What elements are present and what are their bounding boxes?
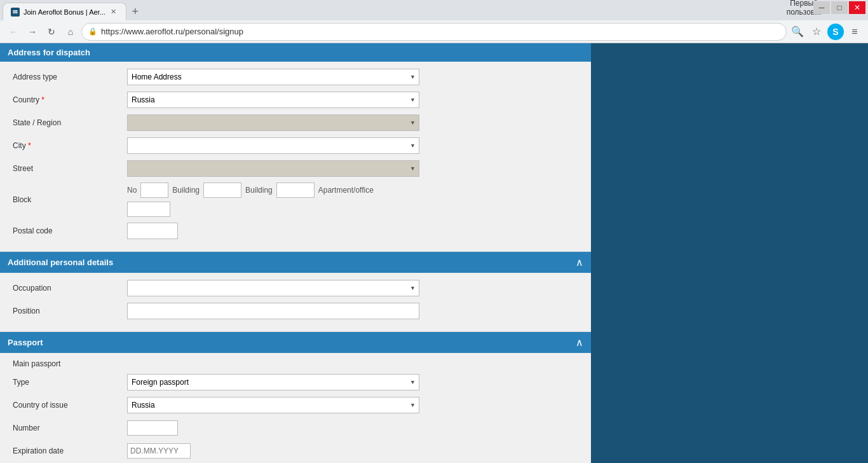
passport-country-select-wrapper[interactable]: Russia [127,397,419,413]
occupation-control [127,280,419,296]
passport-expiry-control [127,443,419,459]
home-button[interactable]: ⌂ [62,24,79,40]
window-controls: Первый пользов... ─ □ ✕ [796,1,865,14]
position-control [127,303,419,319]
city-row: City * [13,137,578,155]
occupation-select[interactable] [127,280,419,296]
city-control [127,137,419,154]
passport-number-input[interactable] [127,420,178,436]
position-label: Position [13,307,127,315]
address-bar[interactable]: 🔒 https://www.aeroflot.ru/personal/signu… [81,23,787,41]
address-type-select-wrapper[interactable]: Home Address [127,69,419,85]
street-label: Street [13,164,127,173]
block-label: Block [13,195,127,204]
minimize-button[interactable]: ─ [813,1,830,14]
additional-details-title: Additional personal details [8,258,113,267]
browser-content: Address for dispatch Address type Home A… [0,43,868,463]
maximize-button[interactable]: □ [831,1,848,14]
position-row: Position [13,302,578,320]
passport-expiry-input[interactable] [127,443,191,459]
browser-window: ✉ Join Aeroflot Bonus | Aer... ✕ + Первы… [0,0,868,463]
city-label: City * [13,141,127,150]
city-select[interactable] [127,137,419,154]
block-apt-label: Apartment/office [318,186,374,195]
forward-button[interactable]: → [24,24,41,40]
navigation-bar: ← → ↻ ⌂ 🔒 https://www.aeroflot.ru/person… [0,20,868,43]
address-dispatch-section: Address for dispatch Address type Home A… [0,43,591,252]
browser-tab[interactable]: ✉ Join Aeroflot Bonus | Aer... ✕ [3,3,126,20]
block-row: Block No Building Building Apartment/off… [13,183,578,217]
city-required: * [26,141,31,150]
passport-type-select-wrapper[interactable]: Foreign passport [127,374,419,390]
street-select[interactable] [127,160,419,177]
street-control [127,160,419,177]
state-region-label: State / Region [13,118,127,127]
passport-section: Passport ∧ Main passport Type Foreign pa… [0,332,591,463]
address-dispatch-title: Address for dispatch [8,48,90,57]
passport-type-label: Type [13,378,127,387]
occupation-select-wrapper[interactable] [127,280,419,296]
url-text: https://www.aeroflot.ru/personal/signup [101,27,780,36]
state-select-wrapper[interactable] [127,114,419,131]
occupation-label: Occupation [13,284,127,293]
new-tab-button[interactable]: + [126,3,144,20]
passport-expiry-label: Expiration date [13,446,127,455]
city-select-wrapper[interactable] [127,137,419,154]
passport-collapse-icon[interactable]: ∧ [576,336,583,349]
address-dispatch-header: Address for dispatch [0,43,591,62]
block-building2-input[interactable] [276,183,315,198]
country-control: Russia [127,92,419,108]
passport-country-label: Country of issue [13,401,127,410]
refresh-button[interactable]: ↻ [43,24,60,40]
tab-close-button[interactable]: ✕ [109,8,118,17]
main-area: Address for dispatch Address type Home A… [0,43,591,463]
state-region-select[interactable] [127,114,419,131]
postal-control [127,223,419,239]
block-building1-input[interactable] [203,183,241,198]
street-row: Street [13,160,578,177]
country-required: * [39,95,44,104]
address-type-select[interactable]: Home Address [127,69,419,85]
block-building1-label: Building [172,186,200,195]
passport-title: Passport [8,338,43,347]
passport-country-row: Country of issue Russia [13,396,578,414]
street-select-wrapper[interactable] [127,160,419,177]
passport-country-select[interactable]: Russia [127,397,419,413]
back-button[interactable]: ← [5,24,22,40]
passport-number-row: Number [13,419,578,437]
passport-number-label: Number [13,424,127,432]
side-panel [591,43,868,463]
country-select-wrapper[interactable]: Russia [127,92,419,108]
address-type-label: Address type [13,73,127,81]
tab-title: Join Aeroflot Bonus | Aer... [24,8,105,16]
skype-icon[interactable]: S [827,24,844,40]
passport-type-control: Foreign passport [127,374,419,390]
passport-type-select[interactable]: Foreign passport [127,374,419,390]
occupation-row: Occupation [13,279,578,297]
browser-chrome: ✉ Join Aeroflot Bonus | Aer... ✕ + Первы… [0,0,868,43]
postal-input[interactable] [127,223,178,239]
additional-details-collapse-icon[interactable]: ∧ [576,256,583,268]
postal-row: Postal code [13,222,578,240]
block-no-input[interactable] [140,183,168,198]
block-apt-input[interactable] [127,202,170,217]
user-button[interactable]: Первый пользов... [796,1,812,14]
passport-header: Passport ∧ [0,332,591,353]
address-type-control: Home Address [127,69,419,85]
search-icon[interactable]: 🔍 [789,24,806,40]
close-button[interactable]: ✕ [849,1,865,14]
block-building2-label: Building [245,186,273,195]
passport-number-control [127,420,419,436]
bookmark-icon[interactable]: ☆ [808,24,825,40]
block-control: No Building Building Apartment/office [127,183,419,217]
passport-type-row: Type Foreign passport [13,373,578,391]
menu-icon[interactable]: ≡ [846,24,863,40]
additional-details-section: Additional personal details ∧ Occupation [0,252,591,332]
position-input[interactable] [127,303,419,319]
country-select[interactable]: Russia [127,92,419,108]
country-row: Country * Russia [13,91,578,109]
additional-details-header: Additional personal details ∧ [0,252,591,273]
passport-country-control: Russia [127,397,419,413]
postal-label: Postal code [13,226,127,235]
passport-body: Main passport Type Foreign passport [0,353,591,463]
